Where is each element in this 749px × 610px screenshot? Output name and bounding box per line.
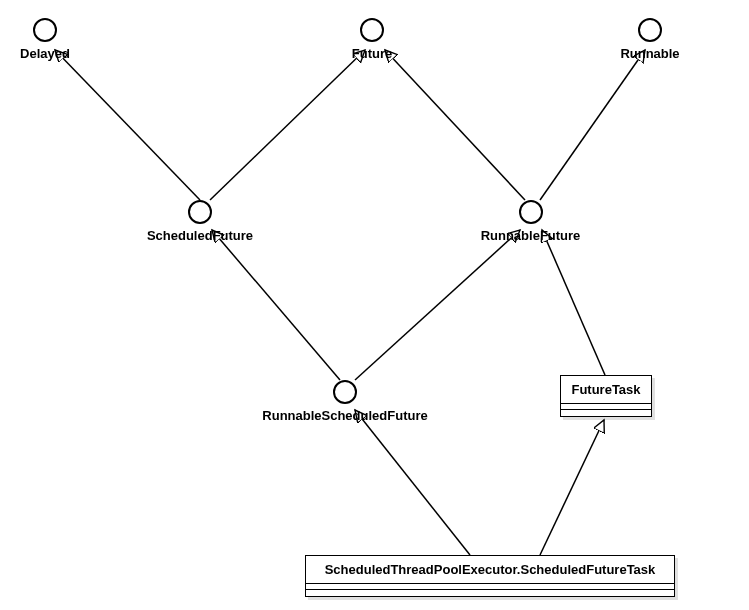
edge-scheduledfuture-delayed <box>55 50 200 200</box>
edge-scheduledfuture-future <box>210 50 365 200</box>
interface-icon <box>638 18 662 42</box>
node-label: Delayed <box>20 46 70 61</box>
node-label: RunnableFuture <box>478 228 583 243</box>
node-scheduledfuturetask: ScheduledThreadPoolExecutor.ScheduledFut… <box>305 555 675 597</box>
edge-futuretask-runnablefuture <box>542 230 605 375</box>
class-compartment <box>306 590 674 596</box>
node-runnablescheduledfuture: RunnableScheduledFuture <box>260 380 430 423</box>
class-compartment <box>561 410 651 416</box>
interface-icon <box>188 200 212 224</box>
class-title: FutureTask <box>561 376 651 404</box>
edge-runnablescheduledfuture-runnablefuture <box>355 230 520 380</box>
edge-scheduledfuturetask-futuretask <box>540 420 604 555</box>
edge-runnablefuture-future <box>385 50 525 200</box>
node-label: Runnable <box>620 46 680 61</box>
edge-runnablefuture-runnable <box>540 50 645 200</box>
node-label: ScheduledFuture <box>145 228 255 243</box>
interface-icon <box>360 18 384 42</box>
node-label: Future <box>347 46 397 61</box>
edge-layer <box>0 0 749 610</box>
node-runnablefuture: RunnableFuture <box>478 200 583 243</box>
class-title: ScheduledThreadPoolExecutor.ScheduledFut… <box>306 556 674 584</box>
node-future: Future <box>347 18 397 61</box>
node-label: RunnableScheduledFuture <box>260 408 430 423</box>
node-futuretask: FutureTask <box>560 375 652 417</box>
edge-runnablescheduledfuture-scheduledfuture <box>212 230 340 380</box>
node-delayed: Delayed <box>20 18 70 61</box>
node-scheduledfuture: ScheduledFuture <box>145 200 255 243</box>
edge-scheduledfuturetask-runnablescheduledfuture <box>355 410 470 555</box>
node-runnable: Runnable <box>620 18 680 61</box>
interface-icon <box>333 380 357 404</box>
interface-icon <box>519 200 543 224</box>
interface-icon <box>33 18 57 42</box>
